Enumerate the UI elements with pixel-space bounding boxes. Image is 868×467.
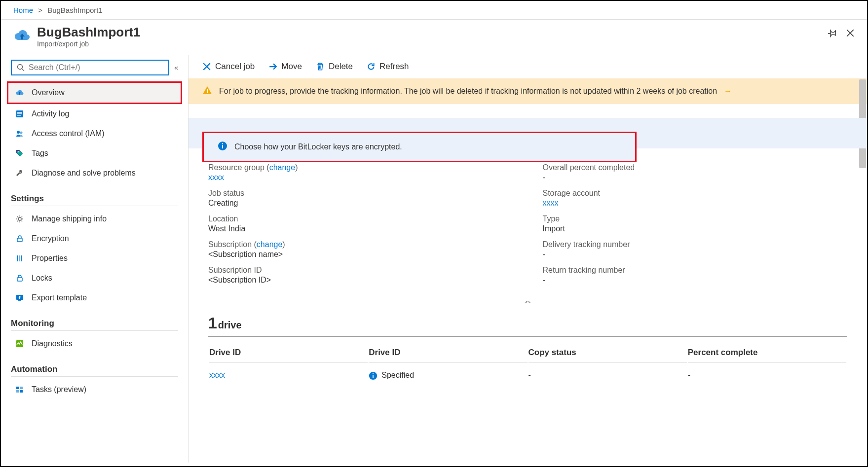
location-value: West India [208,224,513,233]
subscription-value: <Subscription name> [208,250,513,259]
sidebar-item-overview[interactable]: Overview [7,81,182,104]
svg-rect-25 [222,145,223,148]
sidebar-item-tags[interactable]: Tags [11,144,178,163]
delete-button[interactable]: Delete [316,62,353,72]
svg-line-1 [22,69,25,72]
content-area: Cancel job Move Delete Refresh For job t… [189,55,867,463]
page-title: BugBashImport1 [37,25,140,40]
properties-icon [15,253,25,263]
breadcrumb-current: BugBashImport1 [47,6,103,14]
storage-value[interactable]: xxxx [543,199,848,208]
subscription-label: Subscription (change) [208,240,513,249]
svg-rect-22 [207,89,208,92]
sidebar-section-automation: Automation [11,364,178,377]
lock-icon [15,273,25,283]
breadcrumb: Home > BugBashImport1 [1,1,867,20]
drive-id-cell[interactable]: xxxx [209,364,368,387]
svg-rect-19 [20,387,23,389]
svg-point-8 [18,151,19,152]
col-copy-status[interactable]: Copy status [528,343,687,363]
refresh-button[interactable]: Refresh [367,62,409,72]
sidebar-item-diagnostics[interactable]: Diagnostics [11,334,178,354]
sidebar-item-activity[interactable]: Activity log [11,104,178,124]
change-rg-link[interactable]: change [269,163,296,172]
svg-rect-14 [17,278,22,281]
svg-point-26 [222,143,223,144]
cloud-icon [15,88,25,98]
x-icon [202,62,211,71]
svg-rect-16 [18,300,21,301]
return-label: Return tracking number [543,266,848,275]
search-input[interactable] [29,63,163,72]
warning-banner[interactable]: For job to progress, provide the trackin… [189,78,867,104]
drives-header: 1drive [208,314,847,337]
svg-rect-12 [19,255,20,261]
svg-rect-4 [17,113,22,114]
sidebar-item-label: Diagnostics [32,339,73,348]
col-drive-id-1[interactable]: Drive ID [209,343,368,363]
sidebar-section-monitoring: Monitoring [11,319,178,331]
export-template-icon [15,293,25,303]
col-percent[interactable]: Percent complete [688,343,846,363]
svg-rect-13 [21,255,22,261]
svg-rect-28 [373,375,374,378]
search-input-wrap[interactable] [11,60,169,75]
sidebar-item-tasks[interactable]: Tasks (preview) [11,380,178,399]
delivery-label: Delivery tracking number [543,240,848,249]
sidebar-item-label: Manage shipping info [32,215,107,223]
table-row[interactable]: xxxx Specified - - [209,364,846,387]
storage-label: Storage account [543,189,848,198]
sidebar-item-shipping[interactable]: Manage shipping info [11,209,178,229]
sidebar-item-locks[interactable]: Locks [11,268,178,288]
page-subtitle: Import/export job [37,40,140,48]
breadcrumb-home[interactable]: Home [13,6,33,14]
refresh-icon [367,62,376,71]
collapse-properties-icon[interactable]: ︽ [189,296,867,309]
svg-point-9 [18,217,21,220]
resource-group-label: Resource group (change) [208,163,513,172]
type-value: Import [543,224,848,233]
location-label: Location [208,215,513,223]
move-button[interactable]: Move [268,62,302,72]
drive-status-cell: Specified [369,364,527,387]
pin-icon[interactable] [828,29,837,40]
sidebar-item-label: Tags [32,149,48,158]
drives-table: Drive ID Drive ID Copy status Percent co… [208,342,847,388]
sidebar-item-label: Access control (IAM) [32,129,105,138]
cancel-job-button[interactable]: Cancel job [202,62,255,72]
svg-rect-11 [17,255,18,261]
svg-rect-10 [17,238,22,242]
sidebar-section-settings: Settings [11,194,178,206]
tasks-icon [15,385,25,395]
svg-point-29 [373,373,374,374]
arrow-right-icon: → [724,87,732,96]
info-banner[interactable]: Choose how your BitLocker keys are encry… [202,132,637,162]
page-header: BugBashImport1 Import/export job [1,20,867,55]
sidebar-item-encryption[interactable]: Encryption [11,229,178,249]
import-export-icon [13,27,31,44]
col-drive-id-2[interactable]: Drive ID [369,343,527,363]
copy-status-cell: - [528,364,687,387]
tags-icon [15,148,25,158]
svg-point-6 [17,131,20,134]
sidebar-item-iam[interactable]: Access control (IAM) [11,124,178,144]
sidebar-item-label: Properties [32,254,68,263]
sidebar-item-export[interactable]: Export template [11,288,178,308]
svg-rect-3 [17,112,22,113]
toolbar: Cancel job Move Delete Refresh [189,55,867,78]
sidebar-item-properties[interactable]: Properties [11,249,178,268]
svg-rect-20 [16,390,19,393]
gear-icon [15,214,25,224]
change-sub-link[interactable]: change [257,240,283,249]
sidebar: « Overview Activity log Access control (… [1,55,189,463]
sidebar-item-label: Encryption [32,234,69,243]
search-icon [17,64,25,72]
collapse-sidebar-icon[interactable]: « [174,64,178,72]
drives-section: 1drive Drive ID Drive ID Copy status Per… [189,309,867,393]
info-text: Choose how your BitLocker keys are encry… [234,143,402,151]
sidebar-item-diagnose[interactable]: Diagnose and solve problems [11,163,178,183]
sidebar-item-label: Locks [32,274,52,283]
resource-group-value[interactable]: xxxx [208,173,513,182]
info-icon [218,141,227,153]
close-icon[interactable] [846,29,855,40]
